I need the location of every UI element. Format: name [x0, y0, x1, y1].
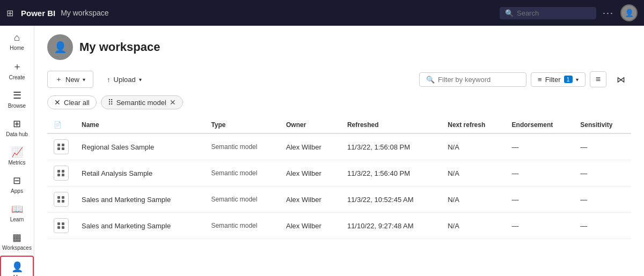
- lineage-icon: ⋈: [617, 75, 625, 84]
- sidebar-label-workspaces: Workspaces: [2, 245, 32, 251]
- sidebar-item-metrics[interactable]: 📈 Metrics: [0, 142, 34, 170]
- learn-icon: 📖: [11, 203, 23, 215]
- main-content: 👤 My workspace ＋ New ▾ ↑ Upload ▾ 🔍: [34, 26, 644, 276]
- row-refreshed: 11/3/22, 10:52:45 AM: [341, 187, 441, 213]
- row-type: Semantic model: [204, 133, 280, 160]
- semantic-model-tag[interactable]: ⠿ Semantic model ✕: [101, 95, 183, 109]
- global-search-input[interactable]: [517, 9, 591, 17]
- list-view-icon: ≡: [596, 74, 601, 84]
- clear-icon: ✕: [54, 98, 61, 107]
- filter-button-label: Filter: [545, 76, 561, 84]
- global-search-box[interactable]: 🔍: [500, 7, 596, 19]
- semantic-model-tag-label: Semantic model: [116, 99, 166, 107]
- workspace-name-label: My workspace: [61, 9, 108, 17]
- th-next-refresh: Next refresh: [441, 117, 505, 133]
- row-icon-cell: [47, 160, 75, 187]
- row-icon-cell: [47, 213, 75, 239]
- row-name: Sales and Marketing Sample: [75, 213, 204, 239]
- sidebar-label-metrics: Metrics: [8, 160, 25, 166]
- sidebar: ⌂ Home ＋ Create ☰ Browse ⊞ Data hub 📈 Me…: [0, 26, 34, 276]
- items-table: 📄 Name Type Owner Refreshed Next refresh…: [47, 117, 631, 239]
- row-semantic-icon: [54, 166, 69, 181]
- sidebar-item-apps[interactable]: ⊟ Apps: [0, 170, 34, 199]
- user-avatar[interactable]: 👤: [620, 4, 638, 21]
- chevron-down-icon-upload: ▾: [139, 77, 142, 83]
- filter-icon: ≡: [538, 76, 542, 84]
- row-semantic-icon: [54, 218, 69, 233]
- th-owner: Owner: [280, 117, 341, 133]
- row-owner: Alex Wilber: [280, 160, 341, 187]
- filter-keyword-input[interactable]: [438, 76, 519, 84]
- clear-all-label: Clear all: [64, 99, 90, 107]
- table-row[interactable]: Sales and Marketing Sample Semantic mode…: [47, 213, 631, 239]
- home-icon: ⌂: [14, 32, 20, 43]
- tag-dots-icon: ⠿: [108, 98, 113, 107]
- row-next-refresh: N/A: [441, 213, 505, 239]
- th-endorsement: Endorsement: [506, 117, 574, 133]
- apps-icon: ⊟: [13, 175, 21, 187]
- list-view-button[interactable]: ≡: [590, 71, 606, 87]
- row-type: Semantic model: [204, 213, 280, 239]
- sidebar-label-browse: Browse: [8, 103, 26, 109]
- brand-label: Power BI: [21, 9, 55, 18]
- th-name: Name: [75, 117, 204, 133]
- new-button[interactable]: ＋ New ▾: [47, 71, 93, 88]
- myworkspace-icon: 👤: [11, 261, 23, 273]
- filter-badge: 1: [564, 76, 573, 83]
- th-refreshed: Refreshed: [341, 117, 441, 133]
- new-button-label: New: [65, 76, 79, 84]
- row-owner: Alex Wilber: [280, 187, 341, 213]
- plus-icon: ＋: [55, 74, 62, 84]
- sidebar-item-home[interactable]: ⌂ Home: [0, 28, 34, 56]
- row-sensitivity: —: [574, 213, 631, 239]
- row-refreshed: 11/3/22, 1:56:40 PM: [341, 160, 441, 187]
- row-icon-cell: [47, 187, 75, 213]
- row-endorsement: —: [506, 187, 574, 213]
- sidebar-item-myworkspace[interactable]: 👤 My workspace: [0, 256, 34, 276]
- row-semantic-icon: [54, 192, 69, 207]
- row-next-refresh: N/A: [441, 187, 505, 213]
- filter-button[interactable]: ≡ Filter 1 ▾: [531, 72, 586, 87]
- chevron-down-icon: ▾: [83, 77, 85, 83]
- top-nav: ⊞ Power BI My workspace 🔍 ··· 👤: [0, 0, 644, 26]
- sidebar-label-learn: Learn: [10, 217, 24, 223]
- workspace-header: 👤 My workspace: [47, 34, 631, 60]
- sidebar-item-create[interactable]: ＋ Create: [0, 56, 34, 85]
- sidebar-item-datahub[interactable]: ⊞ Data hub: [0, 114, 34, 142]
- table-row[interactable]: Sales and Marketing Sample Semantic mode…: [47, 187, 631, 213]
- table-row[interactable]: Retail Analysis Sample Semantic model Al…: [47, 160, 631, 187]
- remove-tag-button[interactable]: ✕: [170, 98, 176, 107]
- lineage-view-button[interactable]: ⋈: [611, 71, 631, 88]
- page-title: My workspace: [79, 40, 160, 54]
- row-next-refresh: N/A: [441, 133, 505, 160]
- more-options-button[interactable]: ···: [603, 8, 614, 19]
- clear-all-button[interactable]: ✕ Clear all: [47, 95, 97, 109]
- top-nav-right: 🔍 ··· 👤: [500, 4, 638, 21]
- workspaces-icon: ▦: [12, 232, 21, 243]
- th-icon: 📄: [47, 117, 75, 133]
- row-owner: Alex Wilber: [280, 133, 341, 160]
- search-icon: 🔍: [505, 9, 514, 17]
- sidebar-item-learn[interactable]: 📖 Learn: [0, 199, 34, 227]
- apps-grid-icon[interactable]: ⊞: [6, 8, 13, 18]
- document-icon: 📄: [54, 121, 62, 129]
- upload-icon: ↑: [107, 76, 111, 84]
- toolbar-right: 🔍 ≡ Filter 1 ▾ ≡ ⋈: [419, 71, 631, 88]
- sidebar-label-apps: Apps: [11, 188, 23, 195]
- row-next-refresh: N/A: [441, 160, 505, 187]
- upload-button[interactable]: ↑ Upload ▾: [99, 72, 150, 87]
- row-name: Retail Analysis Sample: [75, 160, 204, 187]
- row-icon-cell: [47, 133, 75, 160]
- filter-chevron-icon: ▾: [576, 77, 579, 83]
- sidebar-item-browse[interactable]: ☰ Browse: [0, 85, 34, 114]
- filter-keyword-box[interactable]: 🔍: [419, 72, 526, 87]
- th-sensitivity: Sensitivity: [574, 117, 631, 133]
- row-sensitivity: —: [574, 133, 631, 160]
- th-type: Type: [204, 117, 280, 133]
- create-icon: ＋: [12, 60, 22, 73]
- sidebar-item-workspaces[interactable]: ▦ Workspaces: [0, 227, 34, 256]
- table-row[interactable]: Regional Sales Sample Semantic model Ale…: [47, 133, 631, 160]
- row-sensitivity: —: [574, 187, 631, 213]
- row-type: Semantic model: [204, 160, 280, 187]
- row-type: Semantic model: [204, 187, 280, 213]
